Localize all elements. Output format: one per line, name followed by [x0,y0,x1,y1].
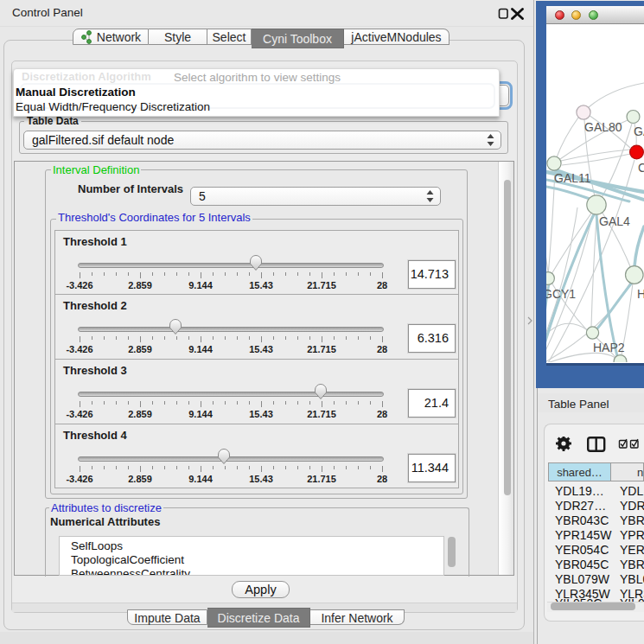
svg-text:H: H [637,287,644,301]
svg-text:GAL80: GAL80 [584,120,622,134]
svg-text:GAL4: GAL4 [599,214,630,228]
svg-text:GCY1: GCY1 [546,287,576,301]
svg-text:HAP2: HAP2 [593,341,625,354]
svg-text:GAL11: GAL11 [554,171,591,185]
svg-text:GA: GA [634,124,644,138]
svg-text:C: C [638,161,644,175]
